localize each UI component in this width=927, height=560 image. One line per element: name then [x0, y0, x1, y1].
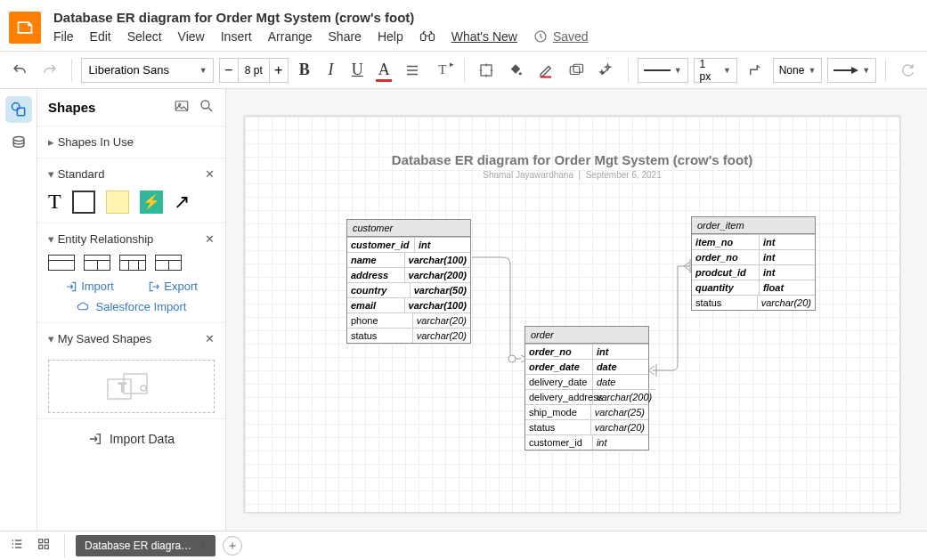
close-icon[interactable]: ✕	[205, 232, 215, 246]
menu-view[interactable]: View	[178, 29, 205, 44]
shapes-in-use-section[interactable]: ▸ Shapes In Use	[48, 135, 215, 149]
entity-order[interactable]: orderorder_nointorder_datedatedelivery_d…	[524, 326, 649, 450]
whats-new-link[interactable]: What's New	[451, 29, 517, 44]
svg-text:T: T	[118, 380, 126, 394]
image-icon[interactable]	[174, 98, 190, 117]
line-style-select[interactable]: ▼	[638, 58, 688, 83]
undo-button[interactable]	[7, 58, 32, 83]
menu-help[interactable]: Help	[378, 29, 403, 44]
standard-section[interactable]: ▾ Standard ✕	[48, 167, 215, 181]
redo-button[interactable]	[37, 58, 62, 83]
bolt-shape[interactable]: ⚡	[140, 191, 163, 214]
export-link[interactable]: Export	[148, 280, 198, 293]
svg-rect-0	[420, 34, 425, 41]
import-link[interactable]: Import	[65, 280, 114, 293]
font-color-button[interactable]: A	[373, 58, 394, 83]
size-plus[interactable]: +	[270, 62, 288, 78]
saved-indicator[interactable]: Saved	[533, 29, 589, 44]
main: Shapes ▸ Shapes In Use ▾ Standard ✕ T ⚡ …	[0, 89, 927, 531]
list-view-icon[interactable]	[7, 537, 27, 555]
line-path-button[interactable]	[743, 58, 768, 83]
chevron-down-icon[interactable]: ▼	[199, 541, 207, 550]
underline-button[interactable]: U	[346, 58, 368, 83]
shape-fit-button[interactable]	[474, 58, 499, 83]
er-shape-4[interactable]	[155, 255, 182, 271]
canvas-area[interactable]: Database ER diagram for Order Mgt System…	[226, 89, 927, 531]
magic-button[interactable]	[594, 58, 619, 83]
salesforce-import-link[interactable]: Salesforce Import	[48, 300, 215, 313]
header: Database ER diagram for Order Mgt System…	[0, 0, 927, 52]
import-data-button[interactable]: Import Data	[37, 418, 225, 459]
text-shape[interactable]: T	[48, 190, 61, 214]
line-width-select[interactable]: 1 px ▼	[694, 58, 737, 83]
size-value[interactable]: 8 pt	[238, 59, 270, 82]
menu-insert[interactable]: Insert	[221, 29, 252, 44]
start-arrow-select[interactable]: None ▼	[773, 58, 823, 83]
menu-share[interactable]: Share	[329, 29, 362, 44]
saved-label: Saved	[553, 29, 589, 44]
sidebar: Shapes ▸ Shapes In Use ▾ Standard ✕ T ⚡ …	[37, 89, 226, 531]
menu-arrange[interactable]: Arrange	[268, 29, 313, 44]
document-title[interactable]: Database ER diagram for Order Mgt System…	[53, 10, 589, 25]
svg-point-10	[13, 137, 24, 142]
app-logo[interactable]	[9, 12, 41, 44]
page-tab[interactable]: Database ER diagra… ▼	[76, 535, 215, 556]
svg-point-8	[12, 103, 19, 110]
shapes-rail-button[interactable]	[5, 96, 32, 123]
bold-button[interactable]: B	[294, 58, 315, 83]
sidebar-title: Shapes	[48, 100, 95, 115]
shape-style-button[interactable]	[564, 58, 589, 83]
rectangle-shape[interactable]	[72, 191, 95, 214]
close-icon[interactable]: ✕	[205, 167, 215, 181]
svg-rect-6	[573, 64, 583, 72]
data-rail-button[interactable]	[5, 130, 32, 157]
svg-rect-19	[39, 540, 43, 543]
toolbar: Liberation Sans − 8 pt + B I U A T▸ ▼ 1 …	[0, 52, 927, 89]
er-section[interactable]: ▾ Entity Relationship ✕	[48, 232, 215, 246]
svg-rect-5	[570, 66, 580, 74]
grid-view-icon[interactable]	[34, 537, 53, 555]
menu-file[interactable]: File	[53, 29, 74, 44]
font-size-stepper[interactable]: − 8 pt +	[219, 58, 289, 83]
menu-select[interactable]: Select	[127, 29, 162, 44]
italic-button[interactable]: I	[321, 58, 342, 83]
svg-rect-22	[45, 545, 48, 548]
fill-color-button[interactable]	[503, 58, 528, 83]
svg-rect-21	[39, 545, 43, 548]
svg-point-17	[141, 386, 146, 391]
canvas[interactable]: Database ER diagram for Order Mgt System…	[244, 116, 900, 513]
er-shape-3[interactable]	[119, 255, 146, 271]
menu-bar: File Edit Select View Insert Arrange Sha…	[53, 28, 589, 45]
font-select[interactable]: Liberation Sans	[81, 58, 214, 83]
menu-edit[interactable]: Edit	[90, 29, 111, 44]
note-shape[interactable]	[106, 191, 129, 214]
binoculars-icon[interactable]	[419, 28, 435, 45]
svg-point-13	[201, 101, 209, 109]
svg-point-18	[508, 355, 516, 362]
border-color-button[interactable]	[533, 58, 558, 83]
svg-rect-20	[45, 540, 48, 543]
close-icon[interactable]: ✕	[205, 332, 215, 345]
revert-button[interactable]	[895, 58, 920, 83]
arrow-shape[interactable]: ↗	[174, 191, 190, 214]
svg-point-4	[519, 72, 522, 75]
my-saved-shapes-section[interactable]: ▾ My Saved Shapes ✕	[48, 332, 215, 345]
entity-order-item[interactable]: order_itemitem_nointorder_nointprodcut_i…	[691, 216, 816, 311]
left-rail	[0, 89, 37, 531]
text-options-button[interactable]: T▸	[430, 58, 455, 83]
connectors	[245, 117, 904, 517]
size-minus[interactable]: −	[220, 62, 238, 78]
end-arrow-select[interactable]: ▼	[827, 58, 876, 83]
search-icon[interactable]	[199, 98, 215, 117]
align-button[interactable]	[400, 58, 425, 83]
add-page-button[interactable]: ＋	[223, 536, 242, 556]
svg-rect-1	[429, 34, 434, 41]
entity-customer[interactable]: customercustomer_idintnamevarchar(100)ad…	[346, 219, 471, 344]
er-shape-1[interactable]	[48, 255, 75, 271]
footer: Database ER diagra… ▼ ＋	[0, 531, 927, 560]
svg-rect-3	[481, 65, 492, 76]
saved-shapes-dropzone[interactable]: T	[48, 360, 215, 413]
er-shape-2[interactable]	[84, 255, 110, 271]
